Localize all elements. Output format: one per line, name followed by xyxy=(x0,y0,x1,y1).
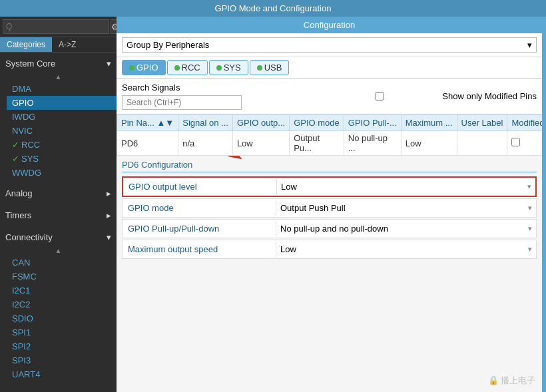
dropdown-caret: ▾ xyxy=(527,182,531,191)
right-scrollbar-accent[interactable] xyxy=(542,17,546,392)
section-header-connectivity[interactable]: Connectivity ▾ xyxy=(0,229,117,246)
table-header-row: Pin Na... ▲▼ Signal on ... GPIO outp... … xyxy=(117,115,543,131)
ptab-rcc[interactable]: RCC xyxy=(167,60,208,75)
config-row-gpio-output-level: GPIO output level Low ▾ xyxy=(122,176,537,197)
search-signals-bar: Search Signals Show only Modified Pins xyxy=(117,79,542,114)
config-value-gpio-pull[interactable]: No pull-up and no pull-down ▾ xyxy=(276,221,536,236)
config-label-max-speed: Maximum output speed xyxy=(123,240,276,258)
dropdown-caret-2: ▾ xyxy=(528,204,532,212)
connectivity-items: CAN FSMC I2C1 I2C2 SDIO SPI1 SPI2 SPI3 U… xyxy=(0,256,117,381)
section-analog: Analog ▸ xyxy=(0,182,117,204)
content-area: Configuration Group By Peripherals ▾ GPI… xyxy=(117,17,542,392)
gpio-dot xyxy=(129,65,135,71)
config-label-gpio-mode: GPIO mode xyxy=(123,199,276,217)
sidebar-item-gpio[interactable]: GPIO xyxy=(7,96,117,110)
sidebar-item-wwdg[interactable]: WWDG xyxy=(7,166,117,180)
scroll-up-connectivity[interactable]: ▲ xyxy=(0,246,117,256)
rcc-dot xyxy=(174,65,180,71)
section-header-analog[interactable]: Analog ▸ xyxy=(0,185,117,202)
sidebar-item-i2c1[interactable]: I2C1 xyxy=(7,284,117,297)
config-bar: Configuration xyxy=(117,17,542,33)
modified-checkbox[interactable] xyxy=(511,138,520,146)
col-user-label[interactable]: User Label xyxy=(457,115,507,131)
search-signals-input[interactable] xyxy=(122,95,242,110)
col-pin-name[interactable]: Pin Na... ▲▼ xyxy=(117,115,178,131)
sidebar-item-dma[interactable]: DMA xyxy=(7,82,117,96)
watermark: 🔒 播上电子 xyxy=(488,375,535,387)
signals-table: Pin Na... ▲▼ Signal on ... GPIO outp... … xyxy=(117,114,542,156)
ptab-gpio[interactable]: GPIO xyxy=(122,60,166,75)
col-maximum[interactable]: Maximum ... xyxy=(401,115,457,131)
signals-table-container: Pin Na... ▲▼ Signal on ... GPIO outp... … xyxy=(117,114,542,156)
sidebar-item-sdio[interactable]: SDIO xyxy=(7,311,117,325)
col-gpio-mode[interactable]: GPIO mode xyxy=(290,115,344,131)
section-system-core: System Core ▾ ▲ DMA GPIO IWDG NVIC ✓RCC … xyxy=(0,53,117,182)
sidebar-item-rcc[interactable]: ✓RCC xyxy=(7,138,117,152)
col-gpio-pull[interactable]: GPIO Pull-... xyxy=(344,115,401,131)
ptab-sys[interactable]: SYS xyxy=(209,60,248,75)
tab-az[interactable]: A->Z xyxy=(52,37,83,52)
scroll-up-arrow[interactable]: ▲ xyxy=(0,72,117,82)
cell-output: Low xyxy=(232,131,289,156)
pd6-config-label: PD6 Configuration xyxy=(122,160,537,172)
sidebar-item-uart4[interactable]: UART4 xyxy=(7,367,117,381)
tab-categories[interactable]: Categories xyxy=(0,37,52,52)
cell-label xyxy=(457,131,507,156)
config-label-gpio-output: GPIO output level xyxy=(123,178,276,196)
config-value-max-speed[interactable]: Low ▾ xyxy=(276,242,536,257)
gear-button[interactable]: ⚙ xyxy=(111,19,117,34)
search-signals-label: Search Signals xyxy=(122,83,242,93)
cell-modified xyxy=(507,131,542,156)
config-value-gpio-output[interactable]: Low ▾ xyxy=(276,179,535,194)
config-label-gpio-pull: GPIO Pull-up/Pull-down xyxy=(123,220,276,238)
config-row-gpio-mode: GPIO mode Output Push Pull ▾ xyxy=(122,198,537,218)
cell-pull: No pull-up ... xyxy=(344,131,401,156)
cell-mode: Output Pu... xyxy=(290,131,344,156)
section-header-timers[interactable]: Timers ▸ xyxy=(0,207,117,224)
usb-dot xyxy=(257,65,262,71)
dropdown-caret-3: ▾ xyxy=(528,224,532,233)
sidebar-item-spi3[interactable]: SPI3 xyxy=(7,353,117,367)
group-by-dropdown[interactable]: Group By Peripherals ▾ xyxy=(122,37,537,53)
sys-dot xyxy=(216,65,222,71)
cell-pin: PD6 xyxy=(117,131,178,156)
ptab-usb[interactable]: USB xyxy=(250,60,290,75)
config-row-max-speed: Maximum output speed Low ▾ xyxy=(122,240,537,259)
section-connectivity: Connectivity ▾ ▲ CAN FSMC I2C1 I2C2 SDIO… xyxy=(0,226,117,384)
section-header-system-core[interactable]: System Core ▾ xyxy=(0,55,117,72)
show-modified-label: Show only Modified Pins xyxy=(442,91,537,101)
sidebar-item-spi1[interactable]: SPI1 xyxy=(7,325,117,339)
sidebar-item-iwdg[interactable]: IWDG xyxy=(7,110,117,124)
config-value-gpio-mode[interactable]: Output Push Pull ▾ xyxy=(276,200,536,216)
show-modified-checkbox-row: Show only Modified Pins xyxy=(320,91,537,101)
col-gpio-output[interactable]: GPIO outp... xyxy=(232,115,289,131)
search-input[interactable] xyxy=(3,19,109,34)
peripheral-tabs: GPIO RCC SYS USB xyxy=(117,57,542,79)
system-core-items: DMA GPIO IWDG NVIC ✓RCC ✓SYS WWDG xyxy=(0,82,117,180)
col-modified[interactable]: Modified xyxy=(507,115,542,131)
pd6-config-section: PD6 Configuration GPIO output level Low … xyxy=(117,156,542,392)
sidebar-item-spi2[interactable]: SPI2 xyxy=(7,339,117,353)
sidebar-tabs: Categories A->Z xyxy=(0,37,117,53)
sidebar-item-nvic[interactable]: NVIC xyxy=(7,124,117,138)
col-signal-on[interactable]: Signal on ... xyxy=(178,115,233,131)
show-modified-checkbox[interactable] xyxy=(320,92,439,100)
title-bar: GPIO Mode and Configuration xyxy=(0,0,546,17)
sidebar-item-can[interactable]: CAN xyxy=(7,256,117,270)
section-timers: Timers ▸ xyxy=(0,204,117,226)
sidebar-item-i2c2[interactable]: I2C2 xyxy=(7,297,117,311)
sidebar-item-sys[interactable]: ✓SYS xyxy=(7,152,117,166)
dropdown-caret-4: ▾ xyxy=(528,245,532,254)
sidebar-search-bar: ⚙ xyxy=(0,17,117,37)
config-row-gpio-pull: GPIO Pull-up/Pull-down No pull-up and no… xyxy=(122,219,537,238)
cell-signal: n/a xyxy=(178,131,233,156)
sidebar-item-fsmc[interactable]: FSMC xyxy=(7,270,117,284)
sidebar: ⚙ Categories A->Z System Core ▾ ▲ DMA GP… xyxy=(0,17,117,392)
group-by-bar: Group By Peripherals ▾ xyxy=(117,33,542,57)
cell-max: Low xyxy=(401,131,457,156)
table-row[interactable]: PD6 n/a Low Output Pu... No pull-up ... … xyxy=(117,131,543,156)
